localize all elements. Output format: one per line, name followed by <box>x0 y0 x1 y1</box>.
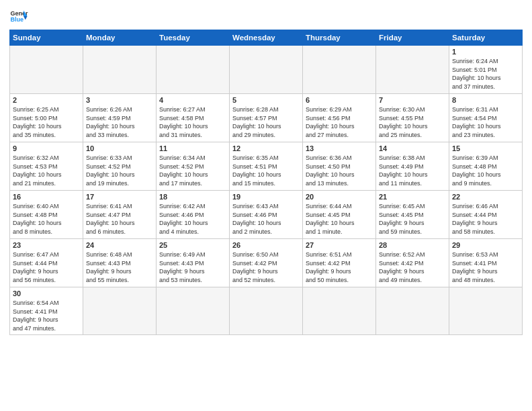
calendar-cell: 18Sunrise: 6:42 AM Sunset: 4:46 PM Dayli… <box>157 191 230 239</box>
day-number: 21 <box>379 193 446 201</box>
calendar-cell <box>157 287 230 335</box>
header: General Blue <box>9 7 523 26</box>
day-number: 19 <box>232 193 300 201</box>
day-number: 3 <box>86 96 153 104</box>
day-number: 26 <box>232 241 300 249</box>
calendar-cell: 29Sunrise: 6:53 AM Sunset: 4:41 PM Dayli… <box>449 239 523 287</box>
day-info: Sunrise: 6:50 AM Sunset: 4:42 PM Dayligh… <box>232 250 300 284</box>
day-number: 7 <box>379 96 446 104</box>
calendar-cell: 19Sunrise: 6:43 AM Sunset: 4:46 PM Dayli… <box>230 191 303 239</box>
day-number: 2 <box>13 96 80 104</box>
day-info: Sunrise: 6:47 AM Sunset: 4:44 PM Dayligh… <box>13 250 80 284</box>
calendar-cell: 30Sunrise: 6:54 AM Sunset: 4:41 PM Dayli… <box>10 287 83 335</box>
day-info: Sunrise: 6:32 AM Sunset: 4:53 PM Dayligh… <box>13 154 80 187</box>
calendar-cell <box>303 46 376 94</box>
calendar-cell <box>449 287 523 335</box>
calendar-cell: 28Sunrise: 6:52 AM Sunset: 4:42 PM Dayli… <box>376 239 449 287</box>
day-number: 12 <box>232 144 300 152</box>
day-number: 27 <box>306 241 373 249</box>
calendar-week-row: 9Sunrise: 6:32 AM Sunset: 4:53 PM Daylig… <box>10 142 523 191</box>
day-info: Sunrise: 6:33 AM Sunset: 4:52 PM Dayligh… <box>86 154 153 187</box>
weekday-header-row: SundayMondayTuesdayWednesdayThursdayFrid… <box>10 30 523 46</box>
calendar-cell: 2Sunrise: 6:25 AM Sunset: 5:00 PM Daylig… <box>10 94 83 142</box>
day-number: 13 <box>306 144 373 152</box>
calendar-week-row: 30Sunrise: 6:54 AM Sunset: 4:41 PM Dayli… <box>10 287 523 335</box>
svg-marker-3 <box>24 16 28 20</box>
calendar-week-row: 16Sunrise: 6:40 AM Sunset: 4:48 PM Dayli… <box>10 191 523 239</box>
calendar-week-row: 23Sunrise: 6:47 AM Sunset: 4:44 PM Dayli… <box>10 239 523 287</box>
calendar-cell: 17Sunrise: 6:41 AM Sunset: 4:47 PM Dayli… <box>83 191 157 239</box>
day-info: Sunrise: 6:36 AM Sunset: 4:50 PM Dayligh… <box>306 154 373 187</box>
calendar-cell: 10Sunrise: 6:33 AM Sunset: 4:52 PM Dayli… <box>83 142 157 191</box>
calendar-cell: 3Sunrise: 6:26 AM Sunset: 4:59 PM Daylig… <box>83 94 157 142</box>
calendar-cell <box>83 46 157 94</box>
day-number: 10 <box>86 144 153 152</box>
day-number: 15 <box>452 144 519 152</box>
calendar-week-row: 1Sunrise: 6:24 AM Sunset: 5:01 PM Daylig… <box>10 46 523 94</box>
day-number: 29 <box>452 241 519 249</box>
calendar-table: SundayMondayTuesdayWednesdayThursdayFrid… <box>9 30 523 335</box>
day-number: 1 <box>452 48 519 56</box>
calendar-cell: 22Sunrise: 6:46 AM Sunset: 4:44 PM Dayli… <box>449 191 523 239</box>
day-info: Sunrise: 6:43 AM Sunset: 4:46 PM Dayligh… <box>232 202 300 236</box>
day-number: 30 <box>13 289 80 298</box>
day-number: 20 <box>306 193 373 201</box>
calendar-cell <box>157 46 230 94</box>
calendar-cell: 14Sunrise: 6:38 AM Sunset: 4:49 PM Dayli… <box>376 142 449 191</box>
calendar-cell: 24Sunrise: 6:48 AM Sunset: 4:43 PM Dayli… <box>83 239 157 287</box>
day-number: 24 <box>86 241 153 249</box>
day-info: Sunrise: 6:31 AM Sunset: 4:54 PM Dayligh… <box>452 105 519 139</box>
day-info: Sunrise: 6:42 AM Sunset: 4:46 PM Dayligh… <box>159 202 226 236</box>
day-info: Sunrise: 6:54 AM Sunset: 4:41 PM Dayligh… <box>13 299 80 332</box>
weekday-header-tuesday: Tuesday <box>157 30 230 46</box>
calendar-cell: 1Sunrise: 6:24 AM Sunset: 5:01 PM Daylig… <box>449 46 523 94</box>
calendar-cell: 20Sunrise: 6:44 AM Sunset: 4:45 PM Dayli… <box>303 191 376 239</box>
day-info: Sunrise: 6:49 AM Sunset: 4:43 PM Dayligh… <box>159 250 226 284</box>
calendar-cell <box>303 287 376 335</box>
day-info: Sunrise: 6:38 AM Sunset: 4:49 PM Dayligh… <box>379 154 446 187</box>
calendar-cell: 15Sunrise: 6:39 AM Sunset: 4:48 PM Dayli… <box>449 142 523 191</box>
calendar-cell: 25Sunrise: 6:49 AM Sunset: 4:43 PM Dayli… <box>157 239 230 287</box>
calendar-cell: 11Sunrise: 6:34 AM Sunset: 4:52 PM Dayli… <box>157 142 230 191</box>
calendar-cell: 23Sunrise: 6:47 AM Sunset: 4:44 PM Dayli… <box>10 239 83 287</box>
day-info: Sunrise: 6:46 AM Sunset: 4:44 PM Dayligh… <box>452 202 519 236</box>
calendar-week-row: 2Sunrise: 6:25 AM Sunset: 5:00 PM Daylig… <box>10 94 523 142</box>
logo: General Blue <box>9 7 28 26</box>
calendar-cell <box>230 46 303 94</box>
day-info: Sunrise: 6:35 AM Sunset: 4:51 PM Dayligh… <box>232 154 300 187</box>
calendar-cell <box>230 287 303 335</box>
calendar-cell: 5Sunrise: 6:28 AM Sunset: 4:57 PM Daylig… <box>230 94 303 142</box>
calendar-cell <box>376 287 449 335</box>
day-info: Sunrise: 6:26 AM Sunset: 4:59 PM Dayligh… <box>86 105 153 139</box>
day-info: Sunrise: 6:41 AM Sunset: 4:47 PM Dayligh… <box>86 202 153 236</box>
day-info: Sunrise: 6:53 AM Sunset: 4:41 PM Dayligh… <box>452 250 519 284</box>
day-info: Sunrise: 6:30 AM Sunset: 4:55 PM Dayligh… <box>379 105 446 139</box>
calendar-cell: 26Sunrise: 6:50 AM Sunset: 4:42 PM Dayli… <box>230 239 303 287</box>
calendar-cell: 13Sunrise: 6:36 AM Sunset: 4:50 PM Dayli… <box>303 142 376 191</box>
day-number: 25 <box>159 241 226 249</box>
day-number: 8 <box>452 96 519 104</box>
weekday-header-saturday: Saturday <box>449 30 523 46</box>
calendar-cell: 16Sunrise: 6:40 AM Sunset: 4:48 PM Dayli… <box>10 191 83 239</box>
logo-icon: General Blue <box>9 7 28 26</box>
day-number: 14 <box>379 144 446 152</box>
day-info: Sunrise: 6:44 AM Sunset: 4:45 PM Dayligh… <box>306 202 373 236</box>
calendar-cell: 4Sunrise: 6:27 AM Sunset: 4:58 PM Daylig… <box>157 94 230 142</box>
day-info: Sunrise: 6:25 AM Sunset: 5:00 PM Dayligh… <box>13 105 80 139</box>
day-info: Sunrise: 6:40 AM Sunset: 4:48 PM Dayligh… <box>13 202 80 236</box>
day-info: Sunrise: 6:52 AM Sunset: 4:42 PM Dayligh… <box>379 250 446 284</box>
day-number: 11 <box>159 144 226 152</box>
day-number: 6 <box>306 96 373 104</box>
calendar-cell: 21Sunrise: 6:45 AM Sunset: 4:45 PM Dayli… <box>376 191 449 239</box>
calendar-cell: 27Sunrise: 6:51 AM Sunset: 4:42 PM Dayli… <box>303 239 376 287</box>
day-info: Sunrise: 6:39 AM Sunset: 4:48 PM Dayligh… <box>452 154 519 187</box>
calendar-cell: 7Sunrise: 6:30 AM Sunset: 4:55 PM Daylig… <box>376 94 449 142</box>
day-info: Sunrise: 6:34 AM Sunset: 4:52 PM Dayligh… <box>159 154 226 187</box>
svg-text:Blue: Blue <box>10 16 24 23</box>
weekday-header-monday: Monday <box>83 30 157 46</box>
calendar-cell <box>376 46 449 94</box>
day-info: Sunrise: 6:45 AM Sunset: 4:45 PM Dayligh… <box>379 202 446 236</box>
weekday-header-wednesday: Wednesday <box>230 30 303 46</box>
calendar-cell <box>10 46 83 94</box>
calendar-cell <box>83 287 157 335</box>
